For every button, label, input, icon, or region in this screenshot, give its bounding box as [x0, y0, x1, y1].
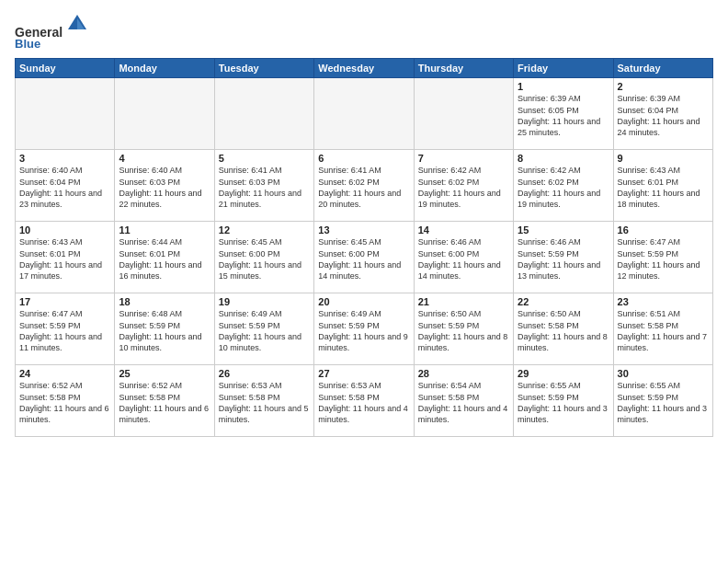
day-info: Sunrise: 6:47 AM Sunset: 5:59 PM Dayligh… [19, 308, 110, 353]
day-info: Sunrise: 6:39 AM Sunset: 6:05 PM Dayligh… [518, 93, 609, 138]
logo: General Blue [15, 11, 90, 51]
day-number: 30 [618, 368, 709, 379]
day-number: 16 [618, 224, 709, 236]
calendar-cell: 16Sunrise: 6:47 AM Sunset: 5:59 PM Dayli… [613, 222, 712, 293]
day-info: Sunrise: 6:51 AM Sunset: 5:58 PM Dayligh… [618, 308, 709, 353]
header-row: SundayMondayTuesdayWednesdayThursdayFrid… [16, 59, 713, 78]
day-info: Sunrise: 6:40 AM Sunset: 6:04 PM Dayligh… [19, 165, 110, 210]
day-number: 24 [19, 368, 110, 379]
calendar-cell: 30Sunrise: 6:55 AM Sunset: 5:59 PM Dayli… [613, 365, 712, 437]
calendar-cell: 2Sunrise: 6:39 AM Sunset: 6:04 PM Daylig… [613, 78, 712, 150]
calendar-cell: 12Sunrise: 6:45 AM Sunset: 6:00 PM Dayli… [214, 222, 313, 293]
day-number: 19 [219, 296, 310, 307]
day-info: Sunrise: 6:43 AM Sunset: 6:01 PM Dayligh… [19, 236, 110, 282]
calendar-cell: 21Sunrise: 6:50 AM Sunset: 5:59 PM Dayli… [414, 293, 513, 365]
day-info: Sunrise: 6:39 AM Sunset: 6:04 PM Dayligh… [618, 93, 709, 138]
day-number: 20 [318, 296, 409, 307]
calendar-cell: 15Sunrise: 6:46 AM Sunset: 5:59 PM Dayli… [514, 222, 613, 293]
header: General Blue [15, 11, 713, 51]
day-info: Sunrise: 6:46 AM Sunset: 6:00 PM Dayligh… [418, 236, 509, 282]
calendar-cell: 1Sunrise: 6:39 AM Sunset: 6:05 PM Daylig… [514, 78, 613, 150]
day-info: Sunrise: 6:49 AM Sunset: 5:59 PM Dayligh… [318, 308, 409, 353]
calendar-cell: 28Sunrise: 6:54 AM Sunset: 5:58 PM Dayli… [414, 365, 513, 437]
calendar-cell [314, 78, 414, 150]
logo-icon [64, 11, 90, 37]
week-row-4: 24Sunrise: 6:52 AM Sunset: 5:58 PM Dayli… [16, 365, 713, 437]
calendar-cell: 13Sunrise: 6:45 AM Sunset: 6:00 PM Dayli… [314, 222, 414, 293]
day-number: 6 [318, 153, 409, 164]
day-info: Sunrise: 6:44 AM Sunset: 6:01 PM Dayligh… [119, 236, 210, 282]
calendar-cell: 6Sunrise: 6:41 AM Sunset: 6:02 PM Daylig… [314, 150, 414, 222]
calendar-cell: 20Sunrise: 6:49 AM Sunset: 5:59 PM Dayli… [314, 293, 414, 365]
day-info: Sunrise: 6:50 AM Sunset: 5:58 PM Dayligh… [518, 308, 609, 353]
day-number: 17 [19, 296, 110, 307]
day-info: Sunrise: 6:46 AM Sunset: 5:59 PM Dayligh… [518, 236, 609, 282]
col-header-sunday: Sunday [16, 59, 115, 78]
calendar-cell: 8Sunrise: 6:42 AM Sunset: 6:02 PM Daylig… [514, 150, 613, 222]
calendar-cell: 18Sunrise: 6:48 AM Sunset: 5:59 PM Dayli… [115, 293, 214, 365]
calendar-cell [214, 78, 313, 150]
calendar-cell: 22Sunrise: 6:50 AM Sunset: 5:58 PM Dayli… [514, 293, 613, 365]
day-info: Sunrise: 6:55 AM Sunset: 5:59 PM Dayligh… [618, 380, 709, 425]
week-row-1: 3Sunrise: 6:40 AM Sunset: 6:04 PM Daylig… [16, 150, 713, 222]
day-info: Sunrise: 6:48 AM Sunset: 5:59 PM Dayligh… [119, 308, 210, 353]
calendar-cell: 14Sunrise: 6:46 AM Sunset: 6:00 PM Dayli… [414, 222, 513, 293]
calendar-cell: 10Sunrise: 6:43 AM Sunset: 6:01 PM Dayli… [16, 222, 115, 293]
day-info: Sunrise: 6:55 AM Sunset: 5:59 PM Dayligh… [518, 380, 609, 425]
calendar-cell [414, 78, 513, 150]
day-number: 21 [418, 296, 509, 307]
calendar-cell: 11Sunrise: 6:44 AM Sunset: 6:01 PM Dayli… [115, 222, 214, 293]
calendar-cell: 23Sunrise: 6:51 AM Sunset: 5:58 PM Dayli… [613, 293, 712, 365]
page: General Blue SundayMondayTuesdayWednesda… [0, 0, 728, 444]
day-info: Sunrise: 6:42 AM Sunset: 6:02 PM Dayligh… [418, 165, 509, 210]
col-header-thursday: Thursday [414, 59, 513, 78]
day-info: Sunrise: 6:42 AM Sunset: 6:02 PM Dayligh… [518, 165, 609, 210]
day-number: 1 [518, 81, 609, 92]
calendar-cell: 24Sunrise: 6:52 AM Sunset: 5:58 PM Dayli… [16, 365, 115, 437]
day-number: 3 [19, 153, 110, 164]
col-header-monday: Monday [115, 59, 214, 78]
day-number: 15 [518, 224, 609, 236]
day-info: Sunrise: 6:40 AM Sunset: 6:03 PM Dayligh… [119, 165, 210, 210]
day-number: 25 [119, 368, 210, 379]
col-header-friday: Friday [514, 59, 613, 78]
day-info: Sunrise: 6:41 AM Sunset: 6:03 PM Dayligh… [219, 165, 310, 210]
day-info: Sunrise: 6:47 AM Sunset: 5:59 PM Dayligh… [618, 236, 709, 282]
day-number: 18 [119, 296, 210, 307]
day-info: Sunrise: 6:45 AM Sunset: 6:00 PM Dayligh… [318, 236, 409, 282]
calendar-cell: 4Sunrise: 6:40 AM Sunset: 6:03 PM Daylig… [115, 150, 214, 222]
calendar-cell [16, 78, 115, 150]
day-number: 27 [318, 368, 409, 379]
calendar-table: SundayMondayTuesdayWednesdayThursdayFrid… [15, 58, 713, 437]
day-number: 8 [518, 153, 609, 164]
day-number: 4 [119, 153, 210, 164]
day-number: 28 [418, 368, 509, 379]
day-number: 22 [518, 296, 609, 307]
day-info: Sunrise: 6:53 AM Sunset: 5:58 PM Dayligh… [318, 380, 409, 425]
day-info: Sunrise: 6:41 AM Sunset: 6:02 PM Dayligh… [318, 165, 409, 210]
col-header-wednesday: Wednesday [314, 59, 414, 78]
day-number: 5 [219, 153, 310, 164]
calendar-cell: 9Sunrise: 6:43 AM Sunset: 6:01 PM Daylig… [613, 150, 712, 222]
day-info: Sunrise: 6:53 AM Sunset: 5:58 PM Dayligh… [219, 380, 310, 425]
day-info: Sunrise: 6:43 AM Sunset: 6:01 PM Dayligh… [618, 165, 709, 210]
week-row-3: 17Sunrise: 6:47 AM Sunset: 5:59 PM Dayli… [16, 293, 713, 365]
calendar-cell: 3Sunrise: 6:40 AM Sunset: 6:04 PM Daylig… [16, 150, 115, 222]
day-number: 23 [618, 296, 709, 307]
calendar-cell: 25Sunrise: 6:52 AM Sunset: 5:58 PM Dayli… [115, 365, 214, 437]
calendar-cell: 5Sunrise: 6:41 AM Sunset: 6:03 PM Daylig… [214, 150, 313, 222]
day-number: 13 [318, 224, 409, 236]
week-row-0: 1Sunrise: 6:39 AM Sunset: 6:05 PM Daylig… [16, 78, 713, 150]
day-number: 2 [618, 81, 709, 92]
day-info: Sunrise: 6:54 AM Sunset: 5:58 PM Dayligh… [418, 380, 509, 425]
calendar-cell: 19Sunrise: 6:49 AM Sunset: 5:59 PM Dayli… [214, 293, 313, 365]
calendar-cell: 26Sunrise: 6:53 AM Sunset: 5:58 PM Dayli… [214, 365, 313, 437]
day-number: 26 [219, 368, 310, 379]
calendar-cell: 29Sunrise: 6:55 AM Sunset: 5:59 PM Dayli… [514, 365, 613, 437]
col-header-saturday: Saturday [613, 59, 712, 78]
day-number: 9 [618, 153, 709, 164]
day-number: 29 [518, 368, 609, 379]
calendar-cell: 7Sunrise: 6:42 AM Sunset: 6:02 PM Daylig… [414, 150, 513, 222]
calendar-cell [115, 78, 214, 150]
day-info: Sunrise: 6:52 AM Sunset: 5:58 PM Dayligh… [19, 380, 110, 425]
